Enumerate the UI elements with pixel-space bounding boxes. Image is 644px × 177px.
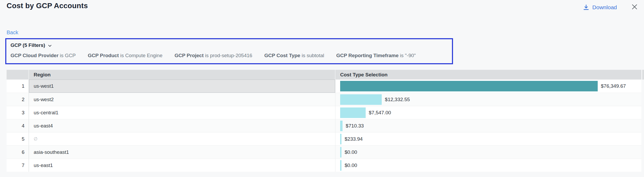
filter-condition: GCP Cloud Provider is GCP: [11, 53, 76, 58]
cost-value: $233.94: [345, 136, 363, 142]
region-cell[interactable]: us-east1: [29, 159, 335, 172]
cost-value: $7,547.00: [369, 110, 391, 116]
cost-value: $0.00: [345, 149, 357, 155]
cost-bar-cell: $7,547.00: [335, 106, 641, 119]
table-row[interactable]: 3us-central1$7,547.00: [7, 106, 641, 119]
filter-attribute-name: GCP Product: [88, 53, 119, 58]
cost-bar-cell: $76,349.67: [335, 80, 641, 93]
filter-panel: GCP (5 Filters) GCP Cloud Provider is GC…: [5, 38, 453, 64]
table-header: Region Cost Type Selection: [7, 70, 641, 80]
filter-condition: GCP Product is Compute Engine: [88, 53, 163, 58]
download-icon: [583, 4, 590, 11]
table-row[interactable]: 6asia-southeast1$0.00: [7, 145, 641, 159]
filter-attribute-name: GCP Cloud Provider: [11, 53, 58, 58]
cost-bar: [340, 94, 382, 105]
row-index: 3: [7, 106, 29, 119]
cost-table: Region Cost Type Selection 1us-west1$76,…: [7, 70, 641, 172]
table-row[interactable]: 1us-west1$76,349.67: [7, 80, 641, 93]
download-label: Download: [592, 4, 617, 11]
table-body: 1us-west1$76,349.672us-west2$12,332.553u…: [7, 80, 641, 172]
header-right-sliver: [642, 70, 644, 80]
cost-type-column-header[interactable]: Cost Type Selection: [335, 70, 641, 80]
region-column-header[interactable]: Region: [29, 70, 335, 80]
region-cell[interactable]: asia-southeast1: [29, 146, 335, 159]
chevron-down-icon: [48, 43, 52, 48]
region-cell[interactable]: ∅: [29, 132, 335, 145]
cost-bar: [340, 147, 341, 158]
table-row[interactable]: 4us-east4$710.33: [7, 119, 641, 132]
table-row[interactable]: 7us-east1$0.00: [7, 159, 641, 172]
filter-summary-dropdown[interactable]: GCP (5 Filters): [11, 42, 52, 48]
region-cell[interactable]: us-east4: [29, 119, 335, 132]
cost-bar-cell: $710.33: [335, 119, 641, 132]
cost-value: $76,349.67: [601, 83, 626, 89]
top-actions: Download: [583, 3, 638, 12]
cost-bar: [340, 107, 366, 118]
filter-attribute-name: GCP Project: [174, 53, 204, 58]
index-column-header: [7, 70, 29, 80]
cost-bar: [340, 160, 341, 171]
filter-attribute-name: GCP Reporting Timeframe: [336, 53, 399, 58]
download-button[interactable]: Download: [583, 4, 617, 11]
filter-condition: GCP Cost Type is subtotal: [264, 53, 324, 58]
row-index: 1: [7, 80, 29, 93]
cost-value: $710.33: [346, 123, 364, 129]
cost-bar: [340, 134, 341, 144]
row-index: 5: [7, 132, 29, 145]
filter-attribute-name: GCP Cost Type: [264, 53, 300, 58]
cost-value: $0.00: [345, 163, 357, 168]
filter-condition: GCP Reporting Timeframe is "-90": [336, 53, 416, 58]
filter-condition: GCP Project is prod-setup-205416: [174, 53, 252, 58]
filter-conditions: GCP Cloud Provider is GCPGCP Product is …: [11, 53, 448, 58]
region-cell[interactable]: us-west1: [29, 80, 335, 93]
cost-bar-cell: $233.94: [335, 132, 641, 145]
cost-value: $12,332.55: [385, 97, 410, 102]
cost-bar-cell: $0.00: [335, 159, 641, 172]
row-index: 6: [7, 146, 29, 159]
cost-bar-cell: $0.00: [335, 146, 641, 159]
cost-bar-cell: $12,332.55: [335, 93, 641, 106]
close-button[interactable]: [631, 3, 638, 11]
row-index: 7: [7, 159, 29, 172]
close-icon: [631, 3, 638, 11]
row-index: 2: [7, 93, 29, 106]
table-row[interactable]: 2us-west2$12,332.55: [7, 93, 641, 106]
cost-bar: [340, 81, 598, 91]
region-cell[interactable]: us-central1: [29, 106, 335, 119]
cost-bar: [340, 121, 343, 131]
back-link[interactable]: Back: [7, 30, 18, 36]
region-cell[interactable]: us-west2: [29, 93, 335, 106]
row-index: 4: [7, 119, 29, 132]
table-row[interactable]: 5∅$233.94: [7, 132, 641, 145]
page-title: Cost by GCP Accounts: [7, 2, 88, 10]
filter-summary-label: GCP (5 Filters): [11, 42, 45, 48]
